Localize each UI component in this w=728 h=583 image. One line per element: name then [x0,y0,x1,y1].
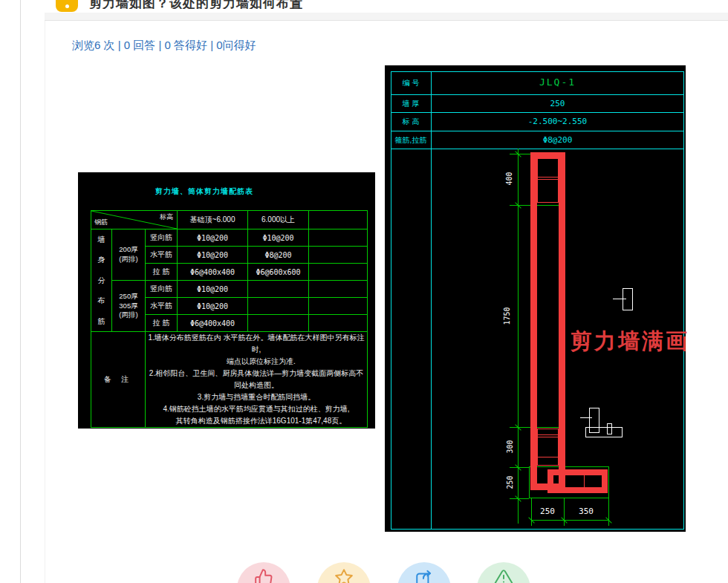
note-line: 4.钢筋砼挡土墙的水平筋均应贯通与其扣过的柱、剪力墙, [146,403,367,415]
dim-ext-line [510,154,530,154]
info-value-thickness: 250 [431,99,684,108]
note-line: 端点以原位标注为准. [146,356,367,368]
wall-inner-line [537,437,559,437]
wall-inner-line [537,434,559,435]
share-icon [415,568,434,583]
share-button[interactable] [397,562,451,583]
dim-text-300: 300 [506,431,514,463]
side-char: 分 [98,276,105,286]
report-icon [494,568,513,583]
value-cell [248,281,309,298]
empty-cell [309,315,368,332]
section-mark-tick [613,299,626,299]
left-panel-divider [20,0,21,583]
value-cell: Φ10@200 [248,229,309,247]
info-value-number: JLQ-1 [431,76,684,88]
note-line: 2.相邻阳台、卫生间、厨房具体做法详—剪力墙变截面两侧标高不同处构造图。 [146,368,367,391]
wall-inner-line [537,179,559,180]
table-line [391,131,684,131]
view-stats: 浏览6 次 | 0 回答 | 0 答得好 | 0问得好 [72,39,256,53]
side-char: 墙 [98,235,105,245]
value-cell: Φ6@400x400 [178,264,248,281]
side-char: 筋 [98,316,105,327]
favorite-button[interactable] [317,562,371,583]
page-title: 剪力墙如图？该处的剪力墙如何布置 [89,0,550,9]
rebar-type-cell: 拉 筋 [146,315,178,332]
notes-label-cell: 备 注 [91,332,146,428]
side-char: 布 [98,296,105,306]
dim-line-bottom [531,520,609,521]
note-line: 1.墙体分布筋竖筋在内 水平筋在外。墙体配筋在大样图中另有标注时, [146,332,367,356]
diag-label-elevation: 标高 [160,212,173,222]
value-cell: Φ10@200 [178,298,248,315]
rebar-type-cell: 水平筋 [146,298,178,315]
footing-inner-line [584,475,585,488]
like-button[interactable] [237,562,290,583]
dim-text-bottom-250: 250 [531,507,564,516]
note-line: 3.剪力墙与挡墙重合时配筋同挡墙。 [146,391,367,403]
info-value-ties: Φ8@200 [431,135,684,145]
info-label-elevation: 标 高 [391,117,431,127]
empty-cell [309,281,368,298]
value-cell [248,298,309,315]
info-label-number: 编 号 [391,78,431,88]
dim-text-bottom-350: 350 [570,507,602,516]
col-header-above: 6.000以上 [248,211,309,229]
page-root: 剪力墙如图？该处的剪力墙如何布置 浏览6 次 | 0 回答 | 0 答得好 | … [0,0,728,583]
empty-cell [309,211,368,229]
table-line [391,149,684,149]
rebar-type-cell: 拉 筋 [146,264,178,281]
section-mark-tick [580,417,592,418]
badge-dot [65,4,69,8]
question-badge-icon [56,0,78,12]
wall-drawing-image[interactable]: 编 号 JLQ-1 墙 厚 250 标 高 -2.500~2.550 箍筋,拉筋… [385,65,686,532]
header-strip [45,13,728,21]
group-250-label: 250厚305厚(两排) [112,281,146,332]
table-line [391,112,684,113]
content-left-border [45,21,45,583]
wall-annotation: 剪力墙满画 [571,327,689,356]
value-cell: Φ6@400x400 [178,315,248,332]
side-label-cell: 墙 身 分 布 筋 [91,229,112,332]
value-cell: Φ10@200 [178,247,248,264]
value-cell: Φ6@600x600 [248,264,309,281]
empty-cell [309,247,368,264]
thumbs-up-icon [254,568,273,583]
page-title-text: 剪力墙如图？该处的剪力墙如何布置 [89,0,550,9]
section-mark-hook [607,423,612,434]
dim-text-400: 400 [505,163,513,195]
info-label-thickness: 墙 厚 [391,99,431,109]
empty-cell [309,298,368,315]
reinforcement-table-image[interactable]: 剪力墙、筒体剪力墙配筋表 标高 钢筋 基础顶~6.000 6.000以上 墙 身 [78,172,375,429]
empty-cell [309,264,368,281]
value-cell [248,315,309,332]
value-cell: Φ10@200 [178,229,248,247]
rebar-type-cell: 竖向筋 [146,281,178,298]
section-mark [623,288,633,310]
star-icon [334,568,354,583]
rebar-type-cell: 水平筋 [146,247,178,264]
dim-text-250: 250 [506,466,514,499]
group-200-label: 200厚(两排) [112,229,146,281]
wall-inner-line [537,177,559,177]
wall-inner-line [537,457,559,457]
reinforcement-table-title: 剪力墙、筒体剪力墙配筋表 [155,186,254,197]
notes-cell: 1.墙体分布筋竖筋在内 水平筋在外。墙体配筋在大样图中另有标注时, 端点以原位标… [146,332,368,428]
footing-section [547,469,608,493]
wall-inner-line [537,158,559,203]
reinforcement-table: 标高 钢筋 基础顶~6.000 6.000以上 墙 身 分 布 筋 [91,210,368,428]
side-char: 身 [98,255,105,265]
dim-text-1750: 1750 [503,300,511,333]
value-cell: Φ10@200 [178,281,248,298]
diagonal-header-cell: 标高 钢筋 [91,211,178,229]
diag-label-rebar: 钢筋 [94,218,108,227]
note-line: 其转角构造及钢筋搭接作法详16G101-1第47,48页。 [146,415,367,427]
report-button[interactable] [477,562,530,583]
corner-section-mark [585,427,623,437]
rebar-type-cell: 竖向筋 [146,229,178,247]
info-value-elevation: -2.500~2.550 [431,117,684,126]
empty-cell [309,229,368,247]
col-header-base: 基础顶~6.000 [178,211,248,229]
table-line [391,94,684,95]
value-cell: Φ8@200 [248,247,309,264]
